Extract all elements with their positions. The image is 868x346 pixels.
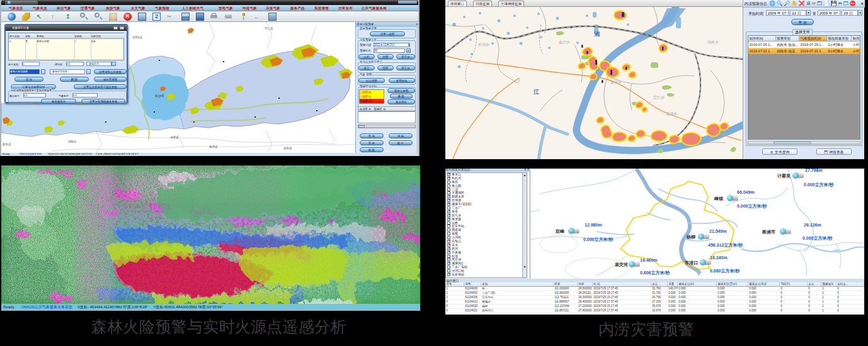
- svg-text:湘: 湘: [594, 31, 600, 37]
- svg-text:黄湖乡: 黄湖乡: [610, 81, 622, 84]
- svg-text:金沙乡: 金沙乡: [558, 40, 570, 44]
- svg-text:邵阳市: 邵阳市: [68, 140, 77, 143]
- svg-text:平江县: 平江县: [265, 27, 273, 30]
- svg-text:炎陵县: 炎陵县: [283, 146, 292, 150]
- svg-text:长沙市: 长沙市: [155, 94, 164, 98]
- svg-text:长湖乡: 长湖乡: [478, 43, 489, 47]
- svg-text:霞城乡: 霞城乡: [666, 111, 677, 116]
- svg-text:雷打乡: 雷打乡: [653, 95, 665, 100]
- svg-text:江: 江: [533, 89, 539, 95]
- svg-text:株洲县: 株洲县: [209, 145, 218, 148]
- svg-text:钱粮乡: 钱粮乡: [707, 40, 719, 44]
- svg-text:岳阳1县: 岳阳1县: [132, 36, 143, 39]
- svg-text:湘潭县: 湘潭县: [170, 135, 179, 139]
- svg-text:新化县: 新化县: [3, 142, 11, 146]
